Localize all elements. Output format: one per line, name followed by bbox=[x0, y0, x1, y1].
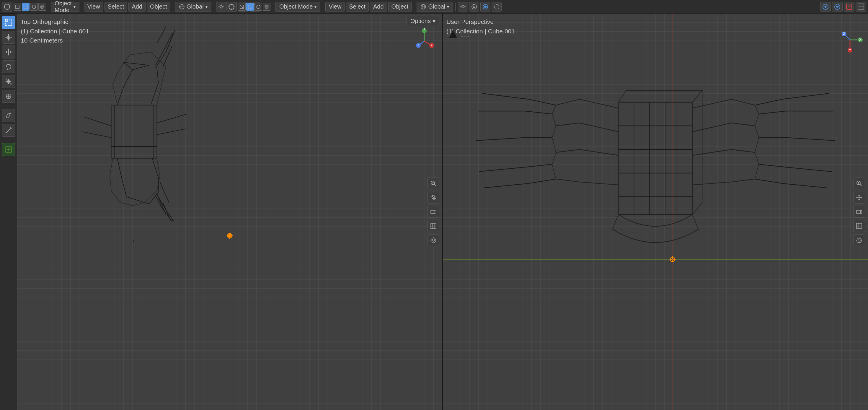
svg-marker-64 bbox=[10, 51, 12, 53]
svg-marker-193 bbox=[449, 30, 458, 38]
view-orientation-indicator bbox=[446, 27, 461, 43]
svg-line-113 bbox=[145, 203, 149, 204]
svg-marker-65 bbox=[7, 68, 8, 70]
svg-line-75 bbox=[6, 127, 11, 133]
svg-marker-211 bbox=[856, 197, 857, 199]
svg-line-106 bbox=[123, 62, 149, 65]
viewport-info-left: Top Orthographic (1) Collection | Cube.0… bbox=[21, 17, 89, 45]
mode-wireframe[interactable] bbox=[13, 3, 21, 11]
object-mode-dropdown-left[interactable]: Object Mode ▾ bbox=[51, 2, 80, 12]
viewport-icon-right[interactable] bbox=[856, 2, 866, 11]
svg-line-168 bbox=[525, 164, 552, 167]
pan-btn-right[interactable] bbox=[853, 192, 865, 204]
svg-marker-63 bbox=[5, 51, 7, 53]
svg-line-182 bbox=[755, 179, 782, 183]
select-menu-right[interactable]: Select bbox=[346, 2, 369, 11]
mode-solid[interactable] bbox=[22, 3, 30, 11]
svg-text:X: X bbox=[430, 43, 433, 47]
mode-solid-right[interactable] bbox=[246, 3, 254, 11]
object-menu-left[interactable]: Object bbox=[147, 2, 170, 11]
viewport-right[interactable]: User Perspective (1) Collection | Cube.0… bbox=[443, 13, 868, 410]
svg-marker-162 bbox=[552, 99, 619, 132]
mode-material-right[interactable] bbox=[254, 3, 262, 11]
snap-btn-right[interactable] bbox=[458, 2, 468, 11]
transform-tool[interactable] bbox=[2, 90, 15, 103]
add-object-tool[interactable] bbox=[2, 143, 15, 156]
svg-marker-164 bbox=[552, 149, 619, 185]
viewport-shade-icon[interactable] bbox=[832, 2, 843, 11]
transform-global-left[interactable]: Global ▾ bbox=[175, 2, 211, 12]
view-menu-right[interactable]: View bbox=[326, 2, 345, 11]
select-box-tool[interactable] bbox=[2, 16, 15, 29]
svg-marker-212 bbox=[861, 197, 862, 199]
cursor-mode-icon-right[interactable] bbox=[226, 2, 237, 11]
transform-global-right[interactable]: Global ▾ bbox=[416, 2, 453, 12]
camera-btn[interactable] bbox=[428, 206, 439, 218]
settings-btn-right[interactable] bbox=[853, 234, 865, 246]
render-engine-icon[interactable] bbox=[820, 2, 831, 11]
object-mode-dropdown-right[interactable]: Object Mode ▾ bbox=[275, 2, 320, 12]
svg-line-89 bbox=[160, 182, 169, 203]
mode-rendered-right[interactable] bbox=[263, 3, 271, 11]
overlay-btn-right[interactable] bbox=[480, 2, 490, 11]
options-button[interactable]: Options ▾ bbox=[407, 16, 439, 26]
zoom-btn-right[interactable] bbox=[853, 178, 865, 189]
xray-btn-right[interactable] bbox=[492, 2, 502, 11]
cursor-mode-icon[interactable] bbox=[2, 2, 12, 11]
shading-mode-icons bbox=[13, 3, 46, 11]
svg-line-102 bbox=[123, 70, 132, 87]
svg-point-124 bbox=[133, 241, 134, 241]
global-icon bbox=[179, 4, 185, 10]
chevron-icon: ▾ bbox=[314, 4, 316, 9]
chevron-icon: ▾ bbox=[206, 4, 208, 9]
settings-btn[interactable] bbox=[428, 234, 439, 246]
mode-material[interactable] bbox=[30, 3, 38, 11]
top-toolbar: Object Mode ▾ View Select Add Object Glo… bbox=[0, 0, 868, 13]
svg-line-104 bbox=[132, 65, 149, 70]
svg-line-178 bbox=[755, 99, 782, 105]
right-overlay-right bbox=[853, 178, 865, 246]
grid-btn[interactable] bbox=[428, 220, 439, 232]
scale-tool[interactable] bbox=[2, 75, 15, 88]
cursor-tool[interactable] bbox=[2, 31, 15, 44]
grid-btn-right[interactable] bbox=[853, 220, 865, 232]
zoom-btn[interactable] bbox=[428, 178, 439, 189]
annotate-tool[interactable] bbox=[2, 109, 15, 122]
proportional-btn-right[interactable] bbox=[469, 2, 479, 11]
pan-btn[interactable] bbox=[428, 192, 439, 204]
right-overlay-left bbox=[428, 178, 439, 246]
transform-global-label: Global bbox=[187, 3, 204, 10]
svg-text:Y: Y bbox=[849, 48, 851, 52]
svg-point-44 bbox=[484, 6, 487, 8]
viewport-left[interactable]: Top Orthographic (1) Collection | Cube.0… bbox=[17, 13, 443, 410]
svg-rect-7 bbox=[24, 5, 27, 8]
mode-wireframe-right[interactable] bbox=[238, 3, 246, 11]
gizmo-right[interactable]: X Z Y bbox=[837, 27, 863, 53]
svg-line-92 bbox=[84, 117, 111, 126]
svg-line-6 bbox=[16, 5, 19, 8]
transform-global-label-right: Global bbox=[428, 3, 445, 10]
sep8 bbox=[455, 3, 456, 11]
rotate-tool[interactable] bbox=[2, 60, 15, 73]
mode-rendered[interactable] bbox=[38, 3, 46, 11]
select-menu-left[interactable]: Select bbox=[104, 2, 128, 11]
gizmo-left[interactable]: Y Z X bbox=[411, 28, 438, 54]
measure-tool[interactable] bbox=[2, 124, 15, 137]
svg-line-94 bbox=[157, 114, 187, 123]
svg-line-107 bbox=[117, 158, 122, 179]
move-tool[interactable] bbox=[2, 46, 15, 58]
svg-line-169 bbox=[529, 179, 556, 183]
shading-mode-icons-right bbox=[238, 3, 271, 11]
svg-point-36 bbox=[462, 6, 464, 8]
viewports-container: Top Orthographic (1) Collection | Cube.0… bbox=[0, 13, 868, 410]
svg-point-41 bbox=[472, 4, 476, 9]
svg-marker-153 bbox=[693, 90, 702, 214]
svg-point-45 bbox=[494, 4, 499, 9]
camera-btn-right[interactable] bbox=[853, 206, 865, 218]
output-props-icon[interactable] bbox=[844, 2, 855, 11]
add-menu-left[interactable]: Add bbox=[128, 2, 146, 11]
svg-line-111 bbox=[126, 197, 145, 203]
view-menu-left[interactable]: View bbox=[84, 2, 103, 11]
add-menu-right[interactable]: Add bbox=[370, 2, 387, 11]
object-menu-right[interactable]: Object bbox=[388, 2, 412, 11]
